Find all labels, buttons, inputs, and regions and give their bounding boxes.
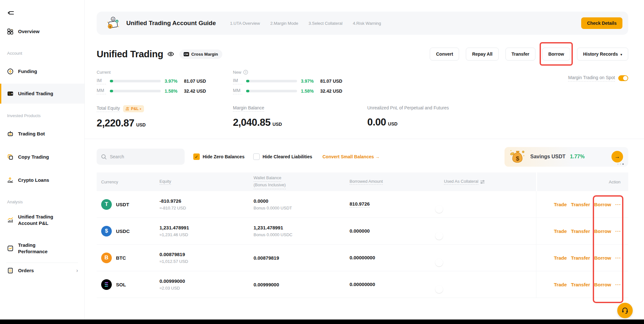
hide-cleared-liabilities[interactable]: Hide Cleared Liabilities	[253, 153, 312, 160]
equity-cell: 1,231.478991 ≈1,231.46 USD	[159, 225, 254, 237]
coin-symbol: BTC	[116, 255, 126, 261]
support-headset-button[interactable]	[617, 303, 633, 318]
search-input[interactable]	[110, 154, 174, 159]
current-label: Current	[97, 70, 111, 75]
hide-cleared-checkbox[interactable]	[253, 153, 260, 160]
coin-symbol: SOL	[116, 282, 126, 287]
step-uta-overview[interactable]: 1.UTA Overview	[230, 21, 260, 26]
sidebar-item-orders[interactable]: Orders ›	[0, 267, 84, 274]
sidebar-item-trading-bot[interactable]: Trading Bot	[0, 130, 84, 138]
sidebar-item-crypto-loans[interactable]: Crypto Loans	[0, 176, 84, 184]
col-wallet-balance: Wallet Balance(Bonus Inclusive)	[254, 175, 350, 189]
currency-cell: $ USDC	[97, 226, 159, 236]
savings-arrow-button[interactable]: →	[611, 151, 623, 162]
funding-coin-icon	[7, 68, 14, 75]
sidebar-item-copy-trading[interactable]: Copy Trading	[0, 153, 84, 161]
sidebar-item-label: Overview	[18, 28, 40, 35]
more-actions-icon[interactable]: ···	[615, 255, 621, 261]
im-label: IM	[97, 78, 106, 84]
sidebar-item-overview[interactable]: Overview	[0, 28, 84, 35]
table-body: T USDT -810.9726 ≈-810.72 USD 0.0000 Bon…	[97, 191, 628, 298]
total-equity-value: 2,220.87	[97, 117, 134, 129]
borrowed-cell: 0.00000000	[350, 255, 444, 261]
unified-trading-page: Overview Account Funding Unified Trading…	[0, 0, 644, 324]
asset-table: Currency Equity Wallet Balance(Bonus Inc…	[97, 172, 628, 298]
transfer-link[interactable]: Transfer	[571, 282, 590, 287]
convert-small-balances-link[interactable]: Convert Small Balances →	[322, 154, 380, 159]
eye-visibility-icon[interactable]	[167, 51, 174, 58]
wallet-cell: 0.00879819	[254, 255, 350, 261]
borrow-link[interactable]: Borrow	[594, 228, 611, 234]
table-header-row: Currency Equity Wallet Balance(Bonus Inc…	[97, 172, 628, 191]
col-borrowed-amount: Borrowed Amount	[350, 179, 444, 185]
usdc-coin-icon: $	[101, 226, 112, 236]
trade-link[interactable]: Trade	[554, 228, 567, 234]
table-row-sol: SOL 0.00999000 ≈2.03 USD 0.00999000 0.00…	[97, 271, 628, 298]
hide-zero-label: Hide Zero Balances	[203, 154, 245, 159]
collateral-filter-icon[interactable]	[480, 180, 485, 184]
sidebar-item-trading-performance[interactable]: Trading Performance	[0, 241, 84, 256]
sidebar-item-label: Unified Trading Account P&L	[18, 214, 66, 227]
sidebar-section-account: Account	[0, 51, 84, 56]
sidebar-item-uta-pnl[interactable]: Unified Trading Account P&L	[0, 212, 84, 228]
step-margin-mode[interactable]: 2.Margin Mode	[270, 21, 298, 26]
action-cell: Trade Transfer Borrow ···	[536, 218, 628, 244]
hide-zero-checkbox[interactable]	[193, 153, 200, 160]
trade-link[interactable]: Trade	[554, 255, 567, 261]
sidebar-item-unified-trading[interactable]: Unified Trading	[0, 84, 84, 104]
svg-text:?: ?	[245, 71, 246, 74]
robot-icon	[7, 131, 14, 137]
banner-steps: 1.UTA Overview 2.Margin Mode 3.Select Co…	[230, 21, 381, 26]
help-icon[interactable]: ?	[243, 70, 248, 75]
transfer-link[interactable]: Transfer	[571, 202, 590, 207]
account-summary: Total Equity P&L ▸ 2,220.87USD Margin Ba…	[97, 105, 628, 129]
margin-trading-on-spot-toggle[interactable]	[618, 75, 628, 81]
borrow-link[interactable]: Borrow	[594, 255, 611, 261]
bar-chart-icon	[7, 217, 14, 223]
chevron-right-icon: ›	[76, 268, 78, 273]
pnl-badge[interactable]: P&L ▸	[123, 105, 144, 112]
repay-all-button[interactable]: Repay All	[466, 48, 498, 60]
borrow-link[interactable]: Borrow	[594, 282, 611, 287]
hide-zero-balances[interactable]: Hide Zero Balances	[193, 153, 245, 160]
borrow-link[interactable]: Borrow	[594, 202, 611, 207]
convert-button[interactable]: Convert	[430, 48, 459, 60]
more-actions-icon[interactable]: ···	[615, 202, 621, 207]
step-select-collateral[interactable]: 3.Select Collateral	[309, 21, 343, 26]
headset-icon	[621, 307, 629, 314]
col-equity: Equity	[159, 179, 254, 185]
borrowed-cell: 810.9726	[350, 201, 444, 208]
more-actions-icon[interactable]: ···	[615, 282, 621, 287]
sidebar-collapse-icon[interactable]	[7, 9, 15, 17]
history-records-button[interactable]: History Records ▾	[577, 48, 628, 60]
action-cell: Trade Transfer Borrow ···	[536, 271, 628, 298]
pnl-chart-icon	[126, 107, 130, 111]
margin-mode-badge[interactable]: CM Cross Margin	[179, 50, 222, 59]
currency-cell: B BTC	[97, 253, 159, 263]
margin-balance-label: Margin Balance	[233, 105, 264, 112]
savings-rate: 1.77%	[570, 154, 584, 160]
transfer-button[interactable]: Transfer	[505, 48, 535, 60]
im-percent: 3.97%	[301, 79, 316, 84]
step-risk-warning[interactable]: 4.Risk Warning	[353, 21, 381, 26]
mm-label: MM	[233, 88, 242, 94]
new-margin-block: New ? IM 3.97% 81.07 USD MM 1.58% 32.42 …	[233, 70, 380, 95]
transfer-link[interactable]: Transfer	[571, 255, 590, 261]
sidebar-item-funding[interactable]: Funding	[0, 68, 84, 75]
total-equity-stat: Total Equity P&L ▸ 2,220.87USD	[97, 105, 233, 129]
mm-progress-bar-new	[246, 90, 297, 92]
bottom-window-edge	[0, 319, 644, 324]
transfer-link[interactable]: Transfer	[571, 228, 590, 234]
main-content: # $ $ Unified Trading Account Guide 1.UT…	[85, 0, 644, 324]
margin-balance-stat: Margin Balance 2,040.85USD	[233, 105, 367, 129]
search-icon	[101, 154, 107, 160]
trade-link[interactable]: Trade	[554, 282, 567, 287]
more-actions-icon[interactable]: ···	[615, 228, 621, 234]
equity-cell: 0.00879819 ≈1,012.57 USD	[159, 252, 254, 264]
borrow-button[interactable]: Borrow	[542, 48, 570, 60]
check-details-button[interactable]: Check Details	[581, 17, 622, 29]
current-margin-block: Current IM 3.97% 81.07 USD MM 1.58% 32.4…	[97, 70, 233, 95]
search-box[interactable]	[97, 149, 185, 165]
trade-link[interactable]: Trade	[554, 202, 567, 207]
sidebar-item-label: Trading Bot	[18, 131, 45, 137]
